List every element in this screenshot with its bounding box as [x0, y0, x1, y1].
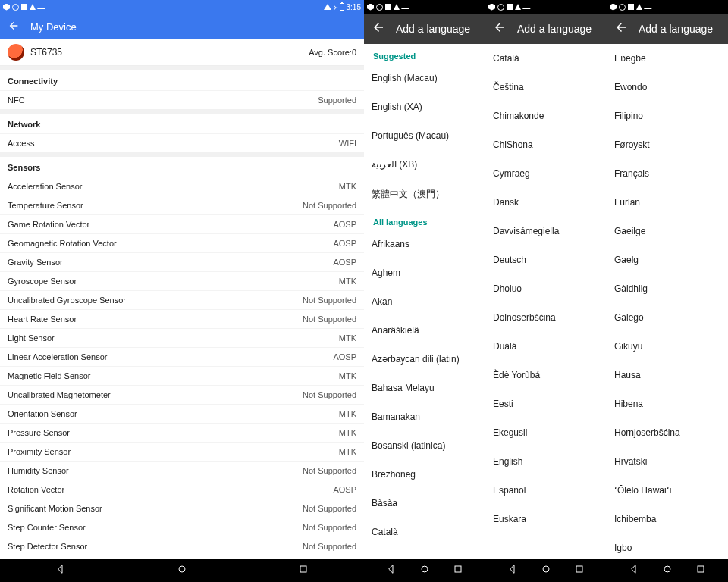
list-item[interactable]: Galego	[607, 303, 728, 332]
back-icon[interactable]	[493, 20, 507, 37]
back-icon[interactable]	[8, 20, 20, 34]
list-item[interactable]: Furlan	[607, 188, 728, 217]
row-key: Rotation Vector	[8, 485, 64, 494]
svg-rect-5	[576, 566, 582, 572]
list-item[interactable]: Hibena	[607, 390, 728, 418]
list-item[interactable]: Deutsch	[485, 246, 607, 274]
list-item[interactable]: Ekegusii	[485, 418, 607, 447]
list-item[interactable]: Eesti	[485, 390, 607, 418]
nav-back-icon[interactable]	[628, 563, 640, 578]
svg-rect-3	[455, 566, 461, 572]
list-item[interactable]: Filipino	[607, 102, 728, 130]
list-item[interactable]: Français	[607, 159, 728, 188]
list-item[interactable]: Čeština	[485, 73, 607, 102]
list-item[interactable]: Ichibemba	[607, 505, 728, 534]
nav-back-icon[interactable]	[507, 563, 519, 578]
list-item[interactable]: Bàsàa	[364, 489, 485, 518]
nav-back-icon[interactable]	[55, 563, 67, 578]
table-row: Gyroscope SensorMTK	[0, 271, 364, 290]
status-icon	[3, 4, 10, 11]
device-header: ST6735 Avg. Score:0	[0, 39, 364, 66]
table-row: Magnetic Field SensorMTK	[0, 366, 364, 385]
list-item[interactable]: Català	[485, 44, 607, 73]
list-item[interactable]: Duálá	[485, 332, 607, 361]
status-icon	[507, 4, 513, 10]
list-item[interactable]: Hrvatski	[607, 447, 728, 476]
list-item[interactable]: Eʋegbe	[607, 44, 728, 73]
list-item[interactable]: Español	[485, 476, 607, 505]
list-item[interactable]: Dholuo	[485, 274, 607, 303]
svg-point-0	[179, 566, 185, 572]
list-item[interactable]: Bamanakan	[364, 402, 485, 431]
nav-home-icon[interactable]	[661, 563, 673, 578]
nav-back-icon[interactable]	[385, 563, 397, 578]
status-icon	[385, 4, 391, 10]
list-item[interactable]: Gaelg	[607, 246, 728, 274]
list-item[interactable]: Hornjoserbšćina	[607, 418, 728, 447]
list-item[interactable]: Gàidhlig	[607, 274, 728, 303]
status-icon	[636, 4, 642, 10]
nav-home-icon[interactable]	[419, 563, 431, 578]
list-item[interactable]: Cymraeg	[485, 159, 607, 188]
nav-recent-icon[interactable]	[573, 563, 585, 578]
row-key: Orientation Sensor	[8, 409, 77, 418]
list-item[interactable]: Igbo	[607, 534, 728, 559]
avg-score: Avg. Score:0	[309, 48, 356, 57]
back-icon[interactable]	[372, 20, 385, 37]
list-item[interactable]: Azərbaycan dili (latın)	[364, 345, 485, 374]
list-item[interactable]: English	[485, 447, 607, 476]
list-item[interactable]: Dolnoserbšćina	[485, 303, 607, 332]
table-row: Humidity SensorNot Supported	[0, 461, 364, 480]
list-item[interactable]: Afrikaans	[364, 230, 485, 258]
list-item[interactable]: English (Macau)	[364, 64, 485, 92]
row-value: MTK	[339, 409, 356, 418]
app-bar: Add a language	[607, 14, 728, 44]
list-item[interactable]: 繁體中文（澳門）	[364, 179, 485, 210]
list-item[interactable]: Aghem	[364, 258, 485, 287]
row-key: Step Detector Sensor	[8, 542, 87, 551]
list-item[interactable]: Hausa	[607, 361, 728, 390]
lang-pane-1: Add a language SuggestedEnglish (Macau)E…	[364, 0, 485, 582]
list-item[interactable]: Euskara	[485, 505, 607, 534]
nav-recent-icon[interactable]	[695, 563, 707, 578]
row-key: Uncalibrated Gyroscope Sensor	[8, 296, 126, 305]
list-item[interactable]: Èdè Yorùbá	[485, 361, 607, 390]
nav-home-icon[interactable]	[540, 563, 552, 578]
row-value: Supported	[318, 95, 356, 105]
app-bar-title: Add a language	[639, 23, 713, 35]
list-item[interactable]: Bosanski (latinica)	[364, 431, 485, 460]
nav-recent-icon[interactable]	[452, 563, 464, 578]
list-item[interactable]: Bahasa Melayu	[364, 374, 485, 402]
list-item[interactable]: Davvisámegiella	[485, 217, 607, 246]
back-icon[interactable]	[614, 20, 628, 37]
status-icon	[488, 4, 495, 11]
list-item[interactable]: English (XA)	[364, 92, 485, 121]
list-item[interactable]: العربية (XB)	[364, 150, 485, 179]
nav-recent-icon[interactable]	[297, 563, 309, 578]
nav-home-icon[interactable]	[176, 563, 188, 578]
status-icon	[401, 5, 410, 9]
list-item[interactable]: Anarâškielâ	[364, 316, 485, 345]
list-item[interactable]: Català	[364, 518, 485, 546]
table-row: Gravity SensorAOSP	[0, 252, 364, 271]
row-value: Not Supported	[303, 466, 356, 475]
list-item[interactable]: Akan	[364, 287, 485, 316]
list-item[interactable]: Føroyskt	[607, 130, 728, 159]
row-value: Not Supported	[303, 390, 356, 399]
app-bar-title: My Device	[30, 21, 77, 33]
status-bar	[485, 0, 607, 14]
row-key: NFC	[8, 95, 25, 105]
list-item[interactable]: Chimakonde	[485, 102, 607, 130]
list-item[interactable]: Gikuyu	[607, 332, 728, 361]
list-item[interactable]: ʻŌlelo Hawaiʻi	[607, 476, 728, 505]
row-value: Not Supported	[303, 314, 356, 324]
device-icon	[8, 44, 24, 61]
list-item[interactable]: Gaeilge	[607, 217, 728, 246]
list-item[interactable]: Português (Macau)	[364, 121, 485, 150]
list-item[interactable]: Dansk	[485, 188, 607, 217]
list-item[interactable]: Ewondo	[607, 73, 728, 102]
table-row: Temperature SensorNot Supported	[0, 196, 364, 214]
list-item[interactable]: ChiShona	[485, 130, 607, 159]
section-network: Network	[0, 114, 364, 133]
list-item[interactable]: Brezhoneg	[364, 460, 485, 489]
